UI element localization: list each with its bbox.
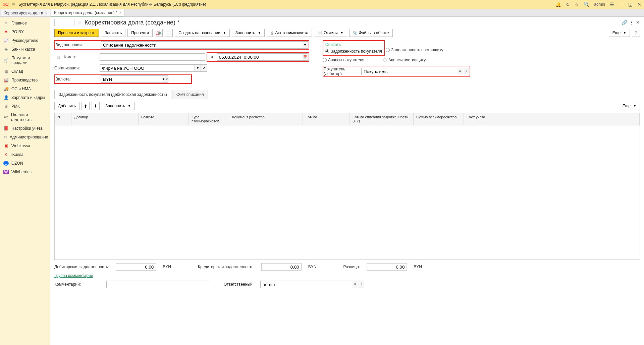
sidebar-item-sales[interactable]: 🛒Покупки и продажи	[0, 54, 50, 67]
org-row: Организация: ▼ ↗	[54, 64, 309, 72]
radio-supplier-advance[interactable]: Авансы поставщику	[383, 58, 426, 62]
dropdown-button[interactable]: ▼	[195, 64, 201, 72]
create-based-button[interactable]: Создать на основании▼	[175, 29, 229, 37]
tab-debt-correction-new[interactable]: Корректировка долга (создание) * ×	[51, 9, 124, 16]
sidebar-item-assets[interactable]: 🚚ОС и НМА	[0, 84, 50, 93]
close-window-icon[interactable]: ✕	[637, 2, 641, 7]
col-contract[interactable]: Договор	[71, 113, 139, 125]
minimize-icon[interactable]: —	[619, 2, 624, 7]
star-icon[interactable]: ☆	[575, 2, 579, 7]
sidebar-item-wildberries[interactable]: WWildberries	[0, 168, 50, 176]
currency-input[interactable]	[101, 75, 162, 83]
org-input[interactable]	[100, 64, 195, 72]
files-button[interactable]: 📎Файлы в облаке	[349, 29, 393, 37]
add-button[interactable]: Добавить	[54, 102, 79, 110]
sidebar-item-bank[interactable]: ◉Банк и касса	[0, 45, 50, 54]
responsible-input[interactable]	[260, 281, 352, 288]
calendar-button[interactable]: 📅	[302, 53, 308, 61]
open-button[interactable]: ↗	[201, 64, 207, 72]
col-currency[interactable]: Валюта	[139, 113, 189, 125]
credit-field[interactable]	[261, 263, 302, 271]
number-input[interactable]	[100, 53, 205, 61]
currency-label: Валюта:	[55, 77, 101, 81]
dt-kt-button[interactable]: ДК	[155, 29, 163, 37]
sidebar-item-manager[interactable]: 📈Руководителю	[0, 36, 50, 45]
open-button[interactable]: ↗	[165, 75, 168, 83]
radio-supplier-debt[interactable]: Задолженность поставщику	[386, 48, 443, 52]
sidebar-item-ikassa[interactable]: KiKassa	[0, 150, 50, 159]
radio-icon	[323, 58, 327, 62]
col-settle-sum[interactable]: Сумма взаиморасчетов	[414, 113, 464, 125]
col-doc[interactable]: Документ расчетов	[229, 113, 303, 125]
sidebar-item-payroll[interactable]: 👤Зарплата и кадры	[0, 93, 50, 102]
tab-buyer-debt[interactable]: Задолженность покупателя (дебиторская за…	[54, 90, 171, 99]
col-account[interactable]: Счет учета	[464, 113, 640, 125]
truck-icon: 🚚	[3, 87, 9, 91]
table-body[interactable]	[55, 125, 640, 260]
search-icon[interactable]: 🔍	[584, 2, 589, 7]
fill-button[interactable]: Заполнить▼	[232, 29, 265, 37]
close-icon[interactable]: ×	[119, 11, 121, 15]
dropdown-button[interactable]: ▼	[302, 41, 308, 49]
kebab-icon[interactable]: ⋮	[629, 20, 634, 25]
radio-buyer-advance[interactable]: Авансы покупателя	[323, 58, 364, 62]
back-button[interactable]: ←	[54, 19, 63, 26]
link-icon[interactable]: 🔗	[622, 20, 627, 25]
restore-icon[interactable]: ◱	[628, 2, 633, 7]
save-button[interactable]: Записать	[101, 29, 125, 37]
sidebar-item-admin[interactable]: ⚙Администрирование	[0, 133, 50, 141]
dropdown-button[interactable]: ▼	[352, 281, 358, 288]
sidebar-item-main[interactable]: ≡Главное	[0, 19, 50, 27]
sidebar-item-settings[interactable]: 📕Настройки учета	[0, 124, 50, 133]
help-button[interactable]: ?	[632, 29, 640, 37]
dropdown-button[interactable]: ▼	[457, 68, 463, 75]
table-more-button[interactable]: Еще▼	[619, 102, 640, 110]
diff-field[interactable]	[367, 263, 407, 271]
sidebar-item-webkassa[interactable]: ▣Webkassa	[0, 141, 50, 150]
app-icon: ▣	[3, 143, 9, 148]
act-button[interactable]: 🖨Акт взаимозачета	[267, 29, 312, 37]
more-button[interactable]: Еще▼	[609, 29, 630, 37]
move-up-button[interactable]: ⬆	[82, 102, 90, 110]
post-button[interactable]: Провести	[127, 29, 153, 37]
sidebar-item-rmk[interactable]: 🖥РМК	[0, 102, 50, 111]
table-fill-button[interactable]: Заполнить▼	[102, 102, 135, 110]
diff-label: Разница:	[343, 265, 360, 269]
post-close-button[interactable]: Провести и закрыть	[54, 29, 99, 37]
structure-button[interactable]: ⬚	[165, 29, 173, 37]
col-n[interactable]: N	[55, 113, 71, 125]
buyer-input[interactable]	[361, 68, 457, 75]
hamburger-icon[interactable]: ≡	[12, 1, 15, 7]
debit-field[interactable]	[116, 263, 156, 271]
settings-icon[interactable]: ☰	[610, 2, 614, 7]
col-rate[interactable]: Курс взаиморасчетов	[189, 113, 229, 125]
col-sum[interactable]: Сумма	[303, 113, 350, 125]
tab-debt-correction[interactable]: Корректировка долга ×	[1, 9, 50, 16]
sidebar-item-warehouse[interactable]: ▦Склад	[0, 67, 50, 76]
number-row: ▥ Номер: от: 📅	[54, 52, 309, 62]
sidebar-item-taxes[interactable]: AтНалоги и отчетность	[0, 111, 50, 124]
close-icon[interactable]: ×	[45, 11, 47, 15]
app-icon: K	[3, 152, 9, 157]
reports-button[interactable]: 📄Отчеты▼	[314, 29, 347, 37]
close-icon[interactable]: ✕	[636, 20, 640, 25]
radio-buyer-debt[interactable]: Задолженность покупателя	[325, 49, 382, 54]
group-comment-link[interactable]: Группа комментарий	[54, 273, 93, 278]
open-button[interactable]: ↗	[463, 68, 469, 75]
comment-input[interactable]	[106, 281, 210, 288]
user-label[interactable]: admin	[594, 2, 605, 7]
dropdown-button[interactable]: ▼	[162, 75, 165, 83]
date-input[interactable]	[217, 53, 302, 61]
sidebar-item-ozon[interactable]: OOZON	[0, 159, 50, 168]
open-button[interactable]: ↗	[358, 281, 364, 288]
tab-writeoff-account[interactable]: Счет списания	[172, 90, 208, 99]
forward-button[interactable]: →	[66, 19, 74, 26]
col-writeoff-sum[interactable]: Сумма списания задолженности (НУ)	[350, 113, 414, 125]
bell-icon[interactable]: 🔔	[555, 2, 561, 7]
favorite-icon[interactable]: ☆	[77, 19, 82, 26]
operation-input[interactable]	[101, 41, 302, 49]
move-down-button[interactable]: ⬇	[92, 102, 100, 110]
history-icon[interactable]: ↻	[566, 2, 570, 7]
sidebar-item-production[interactable]: 🏭Производство	[0, 76, 50, 84]
sidebar-item-poby[interactable]: ✱PO.BY	[0, 27, 50, 36]
